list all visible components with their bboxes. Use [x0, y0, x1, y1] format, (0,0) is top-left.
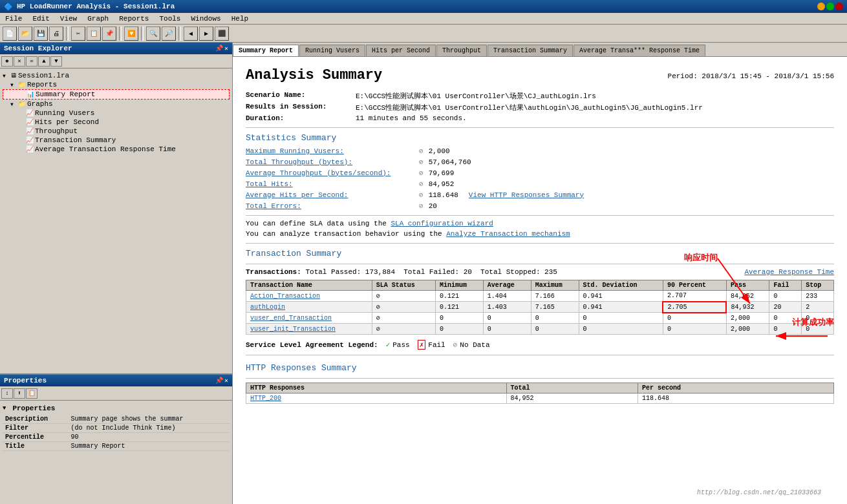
- stat-max-vusers-label[interactable]: Maximum Running Vusers:: [246, 147, 414, 155]
- toolbar-forward[interactable]: ▶: [199, 26, 213, 41]
- tree-container: ▼ 🖥 Session1.lra ▼ 📁 Reports 📊 Su: [0, 68, 232, 156]
- menu-graph[interactable]: Graph: [85, 14, 111, 23]
- stat-avg-throughput-label[interactable]: Average Throughput (bytes/second):: [246, 169, 414, 177]
- row4-p90: 0: [663, 324, 726, 335]
- maximize-btn[interactable]: [826, 3, 834, 10]
- http-col-per-second: Per second: [638, 383, 833, 394]
- col-std-dev: Std. Deviation: [579, 280, 663, 291]
- tab-hits-per-second[interactable]: Hits per Second: [366, 45, 436, 56]
- http-table-row: HTTP_200 84,952 118.648: [246, 394, 834, 404]
- exp-del[interactable]: ✕: [14, 56, 25, 67]
- row1-avg: 1.404: [483, 291, 531, 302]
- tree-trans-summary[interactable]: 📈 Transaction Summary: [3, 136, 230, 145]
- title-bar: 🔷 HP LoadRunner Analysis - Session1.lra: [0, 0, 847, 13]
- menu-windows[interactable]: Windows: [188, 14, 223, 23]
- props-val-title: Summary Report: [68, 442, 230, 451]
- menu-help[interactable]: Help: [229, 14, 251, 23]
- row3-name: vuser_end_Transaction: [246, 313, 372, 324]
- toolbar-zoom-in[interactable]: 🔍: [146, 26, 160, 41]
- content-area: Analysis Summary Period: 2018/3/1 15:45 …: [233, 57, 847, 504]
- tree-summary-report[interactable]: 📊 Summary Report: [3, 89, 230, 100]
- stat-total-hits-label[interactable]: Total Hits:: [246, 180, 414, 188]
- toolbar-new[interactable]: 📄: [3, 26, 17, 41]
- props-val-filter: (do not Include Think Time): [68, 424, 230, 433]
- menu-edit[interactable]: Edit: [30, 14, 52, 23]
- tree-running-vusers[interactable]: 📈 Running Vusers: [3, 109, 230, 118]
- toolbar-copy[interactable]: 📋: [87, 26, 101, 41]
- pin-icon[interactable]: 📌: [215, 45, 223, 52]
- tab-running-vusers[interactable]: Running Vusers: [299, 45, 365, 56]
- menu-view[interactable]: View: [58, 14, 80, 23]
- toolbar-print[interactable]: 🖨: [49, 26, 63, 41]
- sla-legend: Service Level Agreement Legend: ✓ Pass ✗…: [246, 340, 834, 350]
- tree-reports[interactable]: ▼ 📁 Reports: [3, 80, 230, 89]
- col-minimum: Minimum: [435, 280, 483, 291]
- tree-hits-per-second[interactable]: 📈 Hits per Second: [3, 118, 230, 127]
- tab-throughput[interactable]: Throughput: [436, 45, 487, 56]
- http-200-link[interactable]: HTTP_200: [250, 395, 281, 402]
- tree-graphs[interactable]: ▼ 📁 Graphs: [3, 100, 230, 109]
- props-key-filter: Filter: [3, 424, 68, 433]
- scenario-name-value: E:\GCCS性能测试脚本\01 UserController\场景\CJ_au…: [356, 91, 596, 101]
- toolbar-filter[interactable]: 🔽: [124, 26, 138, 41]
- trans-link-vuser-init[interactable]: vuser_init_Transaction: [250, 326, 336, 333]
- expand-reports: ▼: [10, 82, 17, 88]
- row3-min: 0: [435, 313, 483, 324]
- avg-response-time-link[interactable]: Average Response Time: [744, 268, 834, 276]
- row4-pass: 2,000: [726, 324, 769, 335]
- stat-avg-hits-label[interactable]: Average Hits per Second:: [246, 191, 414, 199]
- legend-fail-label: Fail: [428, 341, 445, 349]
- close-panel-icon[interactable]: ✕: [224, 45, 228, 52]
- toolbar-open[interactable]: 📂: [18, 26, 32, 41]
- exp-new[interactable]: ✱: [1, 56, 13, 67]
- title-text: HP LoadRunner Analysis - Session1.lra: [17, 3, 175, 10]
- props-btn1[interactable]: ↕: [1, 388, 13, 399]
- trans-link-action[interactable]: Action_Transaction: [250, 293, 320, 300]
- results-value: E:\GCCS性能测试脚本\01 UserController\结果\authL…: [356, 103, 703, 112]
- tree-root[interactable]: ▼ 🖥 Session1.lra: [3, 71, 230, 80]
- tab-transaction-summary[interactable]: Transaction Summary: [488, 45, 573, 56]
- stat-total-errors: Total Errors: ⊘ 20: [246, 202, 834, 210]
- tab-avg-response-time[interactable]: Average Transa*** Response Time: [574, 45, 705, 56]
- stat-icon-1: ⊘: [419, 147, 424, 155]
- tree-throughput[interactable]: 📈 Throughput: [3, 127, 230, 136]
- stat-max-vusers: Maximum Running Vusers: ⊘ 2,000: [246, 147, 834, 155]
- toolbar-paste[interactable]: 📌: [102, 26, 116, 41]
- analyze-trans-link[interactable]: Analyze Transaction mechanism: [446, 230, 570, 238]
- exp-down[interactable]: ▼: [50, 56, 62, 67]
- stat-avg-hits-val: 118.648: [429, 191, 458, 199]
- hps-icon: 📈: [26, 118, 34, 126]
- stat-avg-throughput-val: 79,699: [429, 169, 455, 177]
- sla-line1: You can define SLA data using the SLA co…: [246, 220, 834, 227]
- close-btn[interactable]: [835, 3, 843, 10]
- tree-avg-trans-response[interactable]: 📈 Average Transaction Response Time: [3, 145, 230, 154]
- toolbar-stop[interactable]: ⬛: [215, 26, 229, 41]
- sla-wizard-link[interactable]: SLA configuration wizard: [391, 220, 493, 227]
- tab-summary-report[interactable]: Summary Report: [233, 45, 299, 56]
- toolbar-back[interactable]: ◀: [184, 26, 198, 41]
- stat-total-errors-label[interactable]: Total Errors:: [246, 202, 414, 210]
- fail-x-icon: ✗: [418, 340, 426, 350]
- menu-tools[interactable]: Tools: [156, 14, 183, 23]
- menu-reports[interactable]: Reports: [116, 14, 151, 23]
- toolbar-cut[interactable]: ✂: [71, 26, 85, 41]
- exp-props[interactable]: =: [26, 56, 38, 67]
- row4-min: 0: [435, 324, 483, 335]
- period-text: Period: 2018/3/1 15:45 - 2018/3/1 15:56: [668, 72, 834, 80]
- http-section-title: HTTP Responses Summary: [246, 363, 834, 373]
- menu-file[interactable]: File: [3, 14, 25, 23]
- view-http-link[interactable]: View HTTP Responses Summary: [469, 191, 584, 199]
- exp-up[interactable]: ▲: [38, 56, 50, 67]
- props-btn3[interactable]: 📋: [26, 388, 38, 399]
- row1-sla: ⊘: [372, 291, 435, 302]
- trans-link-vuser-end[interactable]: vuser_end_Transaction: [250, 315, 332, 322]
- minimize-btn[interactable]: [817, 3, 825, 10]
- props-pin-icon[interactable]: 📌: [215, 377, 223, 384]
- stat-total-throughput-label[interactable]: Total Throughput (bytes):: [246, 158, 414, 166]
- props-header-icons: 📌 ✕: [215, 377, 228, 384]
- props-btn2[interactable]: ⬆: [14, 388, 25, 399]
- toolbar-zoom-out[interactable]: 🔎: [162, 26, 176, 41]
- props-close-icon[interactable]: ✕: [224, 377, 228, 384]
- toolbar-save[interactable]: 💾: [34, 26, 48, 41]
- trans-link-authlogin[interactable]: authLogin: [250, 304, 285, 311]
